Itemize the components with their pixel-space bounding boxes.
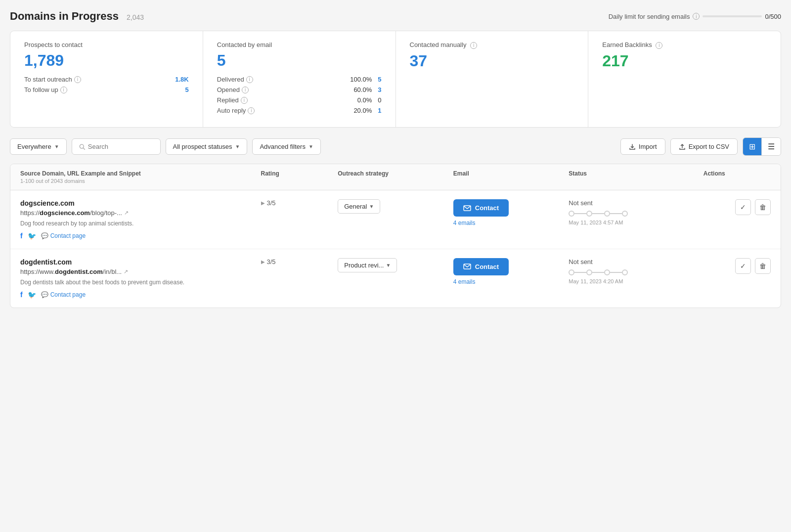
row1-social: f 🐦 💬 Contact page (20, 232, 261, 240)
row1-contact-button[interactable]: Contact (453, 199, 509, 217)
row2-rating-arrow-icon: ▶ (261, 259, 265, 265)
stat-delivered-info-icon[interactable]: i (246, 76, 253, 83)
status-chevron-icon: ▼ (235, 144, 240, 149)
stat-email-value: 5 (217, 51, 382, 70)
row1-delete-button[interactable]: 🗑 (755, 199, 771, 215)
stat-replied-pct: 0.0% (357, 96, 372, 104)
stat-delivered-pct: 100.0% (350, 76, 372, 83)
row1-outreach-button[interactable]: General ▼ (338, 199, 380, 214)
advanced-filter[interactable]: Advanced filters ▼ (252, 138, 320, 155)
export-button[interactable]: Export to CSV (670, 138, 738, 155)
row2-rating: 3/5 (267, 258, 276, 266)
stat-backlinks-label: Earned Backlinks i (602, 41, 767, 49)
stat-delivered-count: 5 (378, 76, 381, 83)
row2-pipeline-dot-1 (569, 269, 574, 275)
stat-replied-count: 0 (378, 96, 381, 104)
stat-opened-info-icon[interactable]: i (242, 87, 249, 93)
stat-manual-info-icon[interactable]: i (470, 42, 477, 49)
everywhere-filter[interactable]: Everywhere ▼ (10, 138, 67, 155)
row2-status-date: May 11, 2023 4:20 AM (569, 278, 703, 284)
stat-outreach-info-icon[interactable]: i (74, 76, 81, 83)
grid-view-button[interactable]: ⊞ (743, 138, 762, 155)
row1-pipeline-dot-2 (586, 211, 592, 217)
row2-emails-count[interactable]: 4 emails (453, 278, 569, 285)
import-label: Import (639, 143, 657, 150)
search-input[interactable] (88, 143, 153, 150)
row1-email-cell: Contact 4 emails (453, 199, 569, 226)
row2-social: f 🐦 💬 Contact page (20, 291, 261, 299)
row1-pipeline-line-1 (574, 213, 586, 214)
row2-check-button[interactable]: ✓ (735, 258, 751, 274)
stat-backlinks-info-icon[interactable]: i (656, 42, 662, 49)
row2-facebook-icon[interactable]: f (20, 291, 23, 299)
stat-prospects-value: 1,789 (24, 51, 189, 70)
envelope-icon (463, 264, 471, 269)
th-actions: Actions (703, 170, 771, 184)
th-source: Source Domain, URL Example and Snippet 1… (20, 170, 261, 184)
row2-delete-button[interactable]: 🗑 (755, 258, 771, 274)
row2-outreach-label: Product revi... (344, 262, 384, 269)
stat-replied-info-icon[interactable]: i (241, 97, 248, 104)
advanced-filter-label: Advanced filters (260, 143, 306, 150)
row2-outreach-button[interactable]: Product revi... ▼ (338, 258, 397, 272)
stat-autoreply-label: Auto reply (217, 107, 246, 114)
daily-limit-info-icon[interactable]: i (693, 13, 700, 20)
row1-url: https://dogscience.com/blog/top-... ↗ (20, 209, 261, 217)
row1-contact-label: Contact (475, 204, 499, 212)
stat-opened-count: 3 (378, 86, 381, 93)
stat-manual-value: 37 (410, 52, 574, 70)
search-wrap[interactable] (72, 138, 161, 155)
th-outreach: Outreach strategy (338, 170, 453, 184)
list-view-button[interactable]: ☰ (762, 138, 781, 155)
daily-limit-bar (703, 15, 762, 17)
stat-prospects-label: Prospects to contact (24, 41, 189, 48)
row1-outreach-label: General (344, 203, 367, 210)
row1-contact-page-link[interactable]: 💬 Contact page (41, 232, 86, 239)
row2-pipeline-line-1 (574, 272, 586, 273)
row1-outreach-chevron-icon: ▼ (369, 204, 374, 209)
table-header: Source Domain, URL Example and Snippet 1… (10, 164, 781, 190)
row2-contact-page-label: Contact page (50, 291, 86, 298)
import-button[interactable]: Import (620, 138, 665, 155)
daily-limit-value: 0/500 (765, 13, 781, 20)
stat-row-followup: To follow up i 5 (24, 86, 189, 93)
row1-ext-link-icon[interactable]: ↗ (124, 210, 129, 216)
th-status: Status (569, 170, 703, 184)
row2-contact-page-link[interactable]: 💬 Contact page (41, 291, 86, 298)
page-title: Domains in Progress (10, 10, 119, 23)
filters-bar: Everywhere ▼ All prospect statuses ▼ Adv… (10, 137, 781, 156)
row2-twitter-icon[interactable]: 🐦 (28, 291, 36, 299)
stat-manual-label: Contacted manually i (410, 41, 574, 49)
row2-domain: dogdentist.com (20, 258, 261, 266)
row1-twitter-icon[interactable]: 🐦 (28, 232, 36, 240)
row1-pipeline-dot-3 (604, 211, 610, 217)
row1-description: Dog food research by top animal scientis… (20, 220, 261, 228)
row1-check-button[interactable]: ✓ (735, 199, 751, 215)
everywhere-label: Everywhere (17, 143, 51, 150)
th-rating: Rating (261, 170, 338, 184)
row1-facebook-icon[interactable]: f (20, 232, 23, 240)
status-filter[interactable]: All prospect statuses ▼ (166, 138, 248, 155)
stat-outreach-count: 1.8K (175, 76, 188, 83)
row1-rating-cell: ▶ 3/5 (261, 199, 338, 207)
row1-emails-count[interactable]: 4 emails (453, 220, 569, 226)
row2-outreach-chevron-icon: ▼ (386, 263, 391, 268)
row2-pipeline-dot-4 (622, 269, 628, 275)
stat-followup-info-icon[interactable]: i (60, 87, 67, 93)
stat-opened-pct: 60.0% (353, 86, 372, 93)
row1-pipeline (569, 211, 703, 217)
view-toggle: ⊞ ☰ (743, 137, 781, 156)
row2-contact-button[interactable]: Contact (453, 258, 509, 275)
row2-source-cell: dogdentist.com https://www.dogdentist.co… (20, 258, 261, 299)
export-icon (679, 143, 686, 150)
export-label: Export to CSV (689, 143, 729, 150)
row1-domain: dogscience.com (20, 199, 261, 207)
row2-ext-link-icon[interactable]: ↗ (124, 268, 128, 275)
stat-autoreply-info-icon[interactable]: i (248, 107, 255, 114)
row2-pipeline-dot-3 (604, 269, 610, 275)
import-icon (629, 143, 636, 150)
row2-pipeline-dot-2 (586, 269, 592, 275)
envelope-icon (463, 205, 471, 211)
row2-pipeline-line-2 (592, 272, 604, 273)
th-email: Email (453, 170, 569, 184)
